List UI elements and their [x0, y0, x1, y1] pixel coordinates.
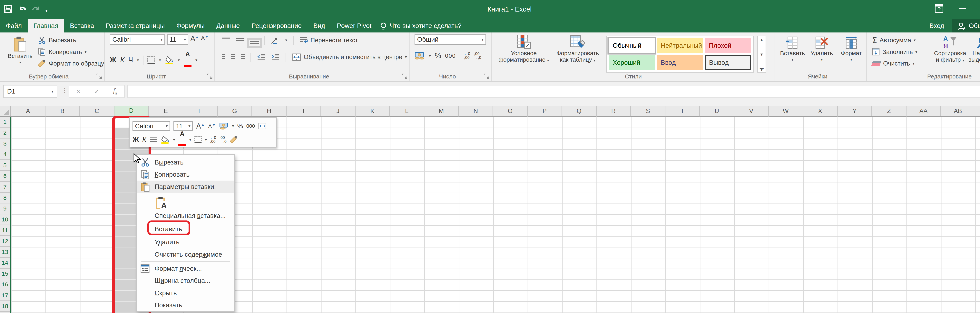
- column-header-M[interactable]: M: [424, 106, 459, 117]
- mini-currency-icon[interactable]: [219, 122, 229, 130]
- format-cells-button[interactable]: Формат ▾: [838, 36, 865, 63]
- column-header-F[interactable]: F: [183, 106, 218, 117]
- name-box-dropdown-icon[interactable]: ▾: [51, 89, 53, 94]
- tab-разметка-страницы[interactable]: Разметка страницы: [100, 19, 170, 32]
- mini-format-painter-icon[interactable]: [230, 136, 237, 144]
- tab-вид[interactable]: Вид: [307, 19, 331, 32]
- decrease-decimal-icon[interactable]: ,00→,0: [474, 52, 481, 60]
- column-header-R[interactable]: R: [597, 106, 631, 117]
- font-dialog-launcher-icon[interactable]: [207, 73, 213, 79]
- column-header-A[interactable]: A: [11, 106, 46, 117]
- tab-рецензирование[interactable]: Рецензирование: [246, 19, 307, 32]
- sign-in-button[interactable]: Вход: [924, 19, 952, 32]
- row-header-6[interactable]: 6: [0, 171, 10, 182]
- column-header-V[interactable]: V: [734, 106, 769, 117]
- menu-item-clear-contents[interactable]: Очистить содержимое: [137, 248, 234, 261]
- mini-italic-button[interactable]: К: [142, 136, 146, 144]
- cell-style-вывод[interactable]: Вывод: [705, 55, 751, 70]
- enter-icon[interactable]: ✓: [94, 88, 100, 95]
- cell-style-нейтральный[interactable]: Нейтральный: [657, 38, 703, 53]
- column-header-AA[interactable]: AA: [907, 106, 941, 117]
- menu-item-paste-option-keep-source[interactable]: A: [137, 193, 234, 210]
- mini-merge-icon[interactable]: [258, 122, 267, 130]
- paste-button[interactable]: Вставить ▾: [5, 36, 35, 66]
- row-header-5[interactable]: 5: [0, 160, 10, 171]
- column-header-H[interactable]: H: [252, 106, 286, 117]
- row-header-8[interactable]: 8: [0, 193, 10, 204]
- row-header-9[interactable]: 9: [0, 204, 10, 214]
- column-header-S[interactable]: S: [631, 106, 665, 117]
- row-header-10[interactable]: 10: [0, 214, 10, 225]
- mini-decrease-font-icon[interactable]: A▼: [208, 123, 216, 130]
- mini-comma-icon[interactable]: 000: [246, 123, 255, 129]
- merge-center-button[interactable]: Объединить и поместить в центре▾: [292, 53, 407, 61]
- column-header-E[interactable]: E: [149, 106, 183, 117]
- cut-button[interactable]: Вырезать: [38, 35, 104, 46]
- menu-item-format-cells[interactable]: Формат ячеек...: [137, 262, 234, 275]
- font-name-combo[interactable]: Calibri▾: [110, 35, 165, 45]
- mini-fill-color-icon[interactable]: [161, 136, 170, 144]
- copy-button[interactable]: Копировать▾: [38, 46, 104, 58]
- cell-style-обычный[interactable]: Обычный: [609, 38, 655, 53]
- bold-button[interactable]: Ж: [110, 56, 116, 64]
- align-left-icon[interactable]: [222, 54, 225, 60]
- column-header-AC[interactable]: AC: [975, 106, 980, 117]
- row-header-11[interactable]: 11: [0, 225, 10, 236]
- align-center-icon[interactable]: [231, 54, 235, 60]
- gallery-more-icon[interactable]: ▬▼: [760, 67, 764, 71]
- share-button[interactable]: Общий доступ: [952, 19, 980, 32]
- column-header-X[interactable]: X: [803, 106, 838, 117]
- menu-item-column-width[interactable]: Ширина столбца...: [137, 275, 234, 287]
- mini-increase-font-icon[interactable]: A▲: [196, 122, 205, 130]
- column-header-C[interactable]: C: [80, 106, 115, 117]
- increase-font-icon[interactable]: A▲: [190, 35, 199, 45]
- menu-item-delete[interactable]: Удалить: [137, 236, 234, 248]
- column-header-D[interactable]: D: [115, 106, 149, 117]
- row-header-16[interactable]: 16: [0, 279, 10, 290]
- row-header-15[interactable]: 15: [0, 269, 10, 279]
- align-right-icon[interactable]: [241, 54, 245, 60]
- mini-decrease-decimal-icon[interactable]: ,00→,0: [220, 136, 226, 144]
- format-painter-button[interactable]: Формат по образцу: [38, 58, 104, 70]
- column-header-L[interactable]: L: [390, 106, 424, 117]
- align-bottom-icon[interactable]: [250, 41, 259, 45]
- underline-dropdown-icon[interactable]: ▾: [137, 58, 139, 62]
- row-header-18[interactable]: 18: [0, 301, 10, 312]
- menu-item-paste-special[interactable]: Специальная вставка...: [137, 210, 234, 222]
- sort-filter-button[interactable]: АЯ Сортировка и фильтр ▾: [932, 35, 968, 64]
- tab-вставка[interactable]: Вставка: [64, 19, 100, 32]
- row-header-3[interactable]: 3: [0, 139, 10, 149]
- formula-bar-splitter[interactable]: ⋮: [62, 87, 68, 94]
- insert-cells-button[interactable]: Вставить ▾: [778, 36, 807, 63]
- cancel-icon[interactable]: ×: [76, 87, 80, 95]
- mini-align-center-icon[interactable]: [150, 137, 158, 142]
- orientation-icon[interactable]: [271, 36, 279, 44]
- decrease-font-icon[interactable]: A▼: [201, 35, 209, 45]
- gallery-up-icon[interactable]: ▲: [760, 38, 764, 42]
- menu-item-copy[interactable]: Копировать: [137, 168, 234, 180]
- tab-file[interactable]: Файл: [0, 19, 28, 32]
- underline-button[interactable]: Ч: [128, 56, 133, 64]
- row-header-12[interactable]: 12: [0, 236, 10, 247]
- fill-color-icon[interactable]: [165, 56, 174, 64]
- number-dialog-launcher-icon[interactable]: [484, 73, 489, 79]
- row-header-13[interactable]: 13: [0, 247, 10, 258]
- row-header-14[interactable]: 14: [0, 258, 10, 269]
- conditional-formatting-button[interactable]: ≠ Условное форматирование ▾: [496, 35, 552, 64]
- cell-style-плохой[interactable]: Плохой: [705, 38, 751, 53]
- italic-button[interactable]: К: [120, 56, 124, 64]
- decrease-indent-icon[interactable]: [257, 54, 266, 60]
- row-header-4[interactable]: 4: [0, 149, 10, 160]
- increase-decimal-icon[interactable]: ←0,00: [464, 52, 470, 60]
- column-header-K[interactable]: K: [356, 106, 390, 117]
- row-header-1[interactable]: 1: [0, 117, 10, 128]
- align-middle-icon[interactable]: [236, 38, 244, 42]
- column-header-Q[interactable]: Q: [562, 106, 597, 117]
- menu-item-cut[interactable]: Вырезать: [137, 156, 234, 168]
- column-header-B[interactable]: B: [46, 106, 80, 117]
- mini-bold-button[interactable]: Ж: [132, 136, 139, 144]
- format-as-table-button[interactable]: Форматировать как таблицу ▾: [553, 35, 603, 64]
- currency-format-icon[interactable]: [415, 52, 425, 60]
- increase-indent-icon[interactable]: [271, 54, 280, 60]
- column-header-O[interactable]: O: [493, 106, 528, 117]
